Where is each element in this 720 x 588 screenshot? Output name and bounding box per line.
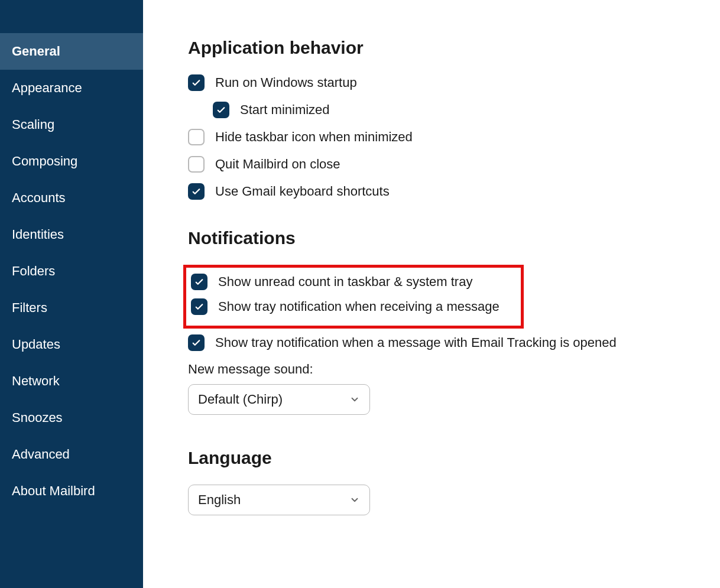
- sidebar-item-folders[interactable]: Folders: [0, 253, 143, 290]
- checkbox-unread-count[interactable]: [191, 274, 207, 290]
- checkbox-quit-on-close[interactable]: [188, 156, 205, 173]
- sidebar-item-composing[interactable]: Composing: [0, 143, 143, 180]
- option-run-on-startup[interactable]: Run on Windows startup: [188, 74, 696, 91]
- label-run-on-startup: Run on Windows startup: [215, 75, 357, 90]
- heading-notifications: Notifications: [188, 228, 696, 248]
- checkbox-gmail-shortcuts[interactable]: [188, 183, 205, 200]
- settings-main-panel: Application behavior Run on Windows star…: [143, 0, 720, 588]
- checkbox-run-on-startup[interactable]: [188, 74, 205, 91]
- option-email-tracking[interactable]: Show tray notification when a message wi…: [188, 334, 696, 351]
- check-icon: [191, 186, 202, 197]
- checkbox-email-tracking[interactable]: [188, 334, 205, 351]
- select-value-sound: Default (Chirp): [198, 392, 283, 407]
- option-quit-on-close[interactable]: Quit Mailbird on close: [188, 156, 696, 173]
- heading-application-behavior: Application behavior: [188, 38, 696, 58]
- sidebar-item-scaling[interactable]: Scaling: [0, 106, 143, 143]
- heading-language: Language: [188, 448, 696, 468]
- check-icon: [194, 277, 205, 287]
- sidebar-item-updates[interactable]: Updates: [0, 326, 143, 363]
- select-new-message-sound[interactable]: Default (Chirp): [188, 384, 370, 415]
- section-notifications: Notifications Show unread count in taskb…: [188, 228, 696, 415]
- sidebar-item-general[interactable]: General: [0, 33, 143, 70]
- check-icon: [216, 105, 226, 115]
- sidebar-item-appearance[interactable]: Appearance: [0, 70, 143, 106]
- option-tray-notification[interactable]: Show tray notification when receiving a …: [191, 298, 518, 315]
- check-icon: [194, 301, 205, 312]
- select-value-language: English: [198, 492, 241, 508]
- chevron-down-icon: [349, 394, 360, 405]
- label-gmail-shortcuts: Use Gmail keyboard shortcuts: [215, 184, 390, 199]
- sidebar-item-about[interactable]: About Mailbird: [0, 473, 143, 509]
- select-language[interactable]: English: [188, 485, 370, 515]
- option-unread-count[interactable]: Show unread count in taskbar & system tr…: [191, 274, 518, 290]
- sidebar-item-identities[interactable]: Identities: [0, 216, 143, 253]
- sidebar-item-advanced[interactable]: Advanced: [0, 436, 143, 473]
- label-quit-on-close: Quit Mailbird on close: [215, 157, 340, 172]
- highlight-annotation: Show unread count in taskbar & system tr…: [183, 265, 524, 329]
- option-start-minimized[interactable]: Start minimized: [213, 102, 696, 118]
- settings-sidebar: General Appearance Scaling Composing Acc…: [0, 0, 143, 588]
- label-start-minimized: Start minimized: [240, 102, 330, 118]
- checkbox-tray-notification[interactable]: [191, 298, 207, 315]
- option-hide-taskbar-icon[interactable]: Hide taskbar icon when minimized: [188, 129, 696, 145]
- sidebar-item-network[interactable]: Network: [0, 363, 143, 399]
- checkbox-hide-taskbar-icon[interactable]: [188, 129, 205, 145]
- label-new-message-sound: New message sound:: [188, 362, 696, 377]
- section-application-behavior: Application behavior Run on Windows star…: [188, 38, 696, 200]
- label-unread-count: Show unread count in taskbar & system tr…: [218, 274, 472, 290]
- chevron-down-icon: [349, 495, 360, 505]
- label-hide-taskbar-icon: Hide taskbar icon when minimized: [215, 129, 413, 145]
- check-icon: [191, 77, 202, 88]
- sidebar-item-accounts[interactable]: Accounts: [0, 180, 143, 216]
- sidebar-item-filters[interactable]: Filters: [0, 290, 143, 326]
- option-gmail-shortcuts[interactable]: Use Gmail keyboard shortcuts: [188, 183, 696, 200]
- label-tray-notification: Show tray notification when receiving a …: [218, 299, 500, 314]
- label-email-tracking: Show tray notification when a message wi…: [215, 335, 617, 350]
- checkbox-start-minimized[interactable]: [213, 102, 229, 118]
- section-language: Language English: [188, 448, 696, 515]
- sidebar-item-snoozes[interactable]: Snoozes: [0, 399, 143, 436]
- check-icon: [191, 337, 202, 348]
